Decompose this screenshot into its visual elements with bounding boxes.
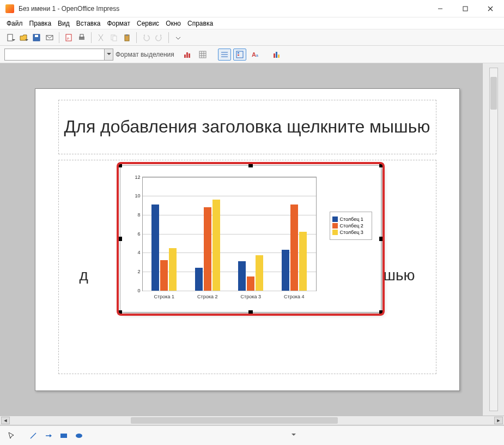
- legend-swatch: [332, 217, 338, 222]
- chart-bar[interactable]: [290, 205, 298, 291]
- svg-rect-4: [8, 34, 13, 41]
- scale-text-button[interactable]: Aa: [248, 49, 262, 61]
- minimize-button[interactable]: [428, 1, 453, 17]
- paste-button[interactable]: [121, 32, 133, 44]
- menu-format[interactable]: Формат: [104, 19, 133, 28]
- menu-bar: Файл Правка Вид Вставка Формат Сервис Ок…: [0, 17, 504, 29]
- legend-item: Столбец 1: [332, 217, 369, 222]
- scroll-right-button[interactable]: ►: [494, 417, 503, 424]
- menu-help[interactable]: Справка: [184, 19, 216, 28]
- drawbar-overflow-button[interactable]: [290, 430, 297, 442]
- cut-button[interactable]: [95, 32, 107, 44]
- menu-tools[interactable]: Сервис: [133, 19, 162, 28]
- arrow-tool-button[interactable]: [42, 430, 54, 442]
- menu-file[interactable]: Файл: [3, 19, 26, 28]
- close-button[interactable]: [478, 1, 503, 17]
- chart-bar[interactable]: [169, 248, 177, 291]
- chart-bar[interactable]: [256, 255, 263, 290]
- x-axis-tick: Строка 2: [197, 294, 217, 299]
- resize-handle[interactable]: [379, 237, 384, 241]
- copy-button[interactable]: [108, 32, 120, 44]
- chart-data-table-button[interactable]: [196, 49, 209, 61]
- slide-area[interactable]: Для добавления заголовка щелкните мышью …: [20, 69, 475, 410]
- chart-object[interactable]: 024681012Строка 1Строка 2Строка 3Строка …: [120, 165, 381, 312]
- legend-toggle-button[interactable]: [233, 49, 246, 61]
- resize-handle[interactable]: [118, 163, 122, 167]
- resize-handle[interactable]: [248, 163, 253, 167]
- svg-rect-29: [238, 55, 239, 56]
- chart-layout-button[interactable]: [270, 49, 283, 61]
- resize-handle[interactable]: [379, 163, 384, 167]
- open-button[interactable]: [17, 32, 29, 44]
- window-controls: [428, 1, 503, 17]
- resize-handle[interactable]: [379, 310, 384, 315]
- chart-bar[interactable]: [212, 200, 220, 290]
- resize-handle[interactable]: [118, 237, 122, 241]
- ellipse-tool-button[interactable]: [73, 430, 85, 442]
- chart-bar[interactable]: [299, 232, 307, 290]
- svg-rect-37: [60, 434, 67, 438]
- x-axis-tick: Строка 3: [241, 294, 261, 299]
- y-axis-tick: 2: [132, 269, 141, 274]
- menu-edit[interactable]: Правка: [26, 19, 55, 28]
- undo-button[interactable]: [140, 32, 152, 44]
- redo-button[interactable]: [153, 32, 165, 44]
- title-placeholder-text: Для добавления заголовка щелкните мышью: [64, 116, 430, 137]
- y-axis-tick: 6: [132, 231, 141, 237]
- new-document-button[interactable]: [4, 32, 16, 44]
- pointer-tool-button[interactable]: [5, 430, 17, 442]
- vertical-scrollbar[interactable]: [489, 68, 498, 411]
- chart-plot-area: 024681012Строка 1Строка 2Строка 3Строка …: [142, 177, 317, 291]
- svg-rect-11: [80, 34, 83, 37]
- svg-rect-18: [189, 53, 190, 58]
- print-button[interactable]: [76, 32, 88, 44]
- horizontal-scrollbar[interactable]: ◄ ►: [0, 416, 504, 425]
- maximize-button[interactable]: [453, 1, 478, 17]
- chart-bar[interactable]: [160, 260, 168, 290]
- menu-window[interactable]: Окно: [162, 19, 184, 28]
- line-tool-button[interactable]: [27, 430, 39, 442]
- svg-point-38: [76, 434, 82, 438]
- svg-rect-32: [274, 53, 275, 58]
- svg-rect-15: [126, 34, 128, 36]
- svg-rect-34: [278, 55, 280, 58]
- scrollbar-thumb[interactable]: [131, 417, 338, 424]
- chart-bar[interactable]: [238, 261, 246, 291]
- svg-rect-27: [236, 51, 243, 58]
- svg-rect-33: [276, 52, 277, 58]
- toolbar-overflow-button[interactable]: [172, 32, 184, 44]
- scroll-left-button[interactable]: ◄: [1, 417, 10, 424]
- legend-swatch: [332, 230, 338, 235]
- menu-insert[interactable]: Вставка: [73, 19, 104, 28]
- chart-inner[interactable]: 024681012Строка 1Строка 2Строка 3Строка …: [120, 165, 381, 312]
- svg-rect-1: [463, 7, 467, 11]
- title-placeholder[interactable]: Для добавления заголовка щелкните мышью: [58, 100, 436, 154]
- chart-bar[interactable]: [204, 207, 211, 291]
- chart-bar[interactable]: [247, 276, 254, 291]
- style-combo[interactable]: [4, 49, 113, 61]
- chart-data-button[interactable]: [181, 49, 194, 61]
- task-panel-collapsed[interactable]: [482, 63, 504, 416]
- app-icon: [5, 4, 14, 13]
- email-button[interactable]: [44, 32, 56, 44]
- chart-bar[interactable]: [282, 250, 289, 291]
- horizontal-grid-button[interactable]: [218, 49, 231, 61]
- title-bar: Без имени 1 - OpenOffice Impress: [0, 0, 504, 17]
- chart-bar[interactable]: [151, 205, 159, 291]
- resize-handle[interactable]: [118, 310, 122, 315]
- scrollbar-thumb[interactable]: [490, 77, 497, 110]
- chart-canvas: 024681012Строка 1Строка 2Строка 3Строка …: [128, 173, 373, 304]
- slide[interactable]: Для добавления заголовка щелкните мышью …: [35, 88, 460, 391]
- rectangle-tool-button[interactable]: [58, 430, 70, 442]
- svg-rect-19: [199, 51, 206, 58]
- resize-handle[interactable]: [248, 310, 253, 315]
- export-pdf-button[interactable]: P: [63, 32, 75, 44]
- menu-view[interactable]: Вид: [54, 19, 73, 28]
- chart-legend[interactable]: Столбец 1 Столбец 2 Столбец 3: [330, 212, 372, 240]
- legend-item: Столбец 3: [332, 230, 369, 235]
- chart-bar[interactable]: [195, 268, 203, 291]
- standard-toolbar: P: [0, 29, 504, 46]
- object-toolbar: Формат выделения Aa: [0, 46, 504, 63]
- drawing-toolbar: [0, 425, 504, 445]
- save-button[interactable]: [31, 32, 42, 44]
